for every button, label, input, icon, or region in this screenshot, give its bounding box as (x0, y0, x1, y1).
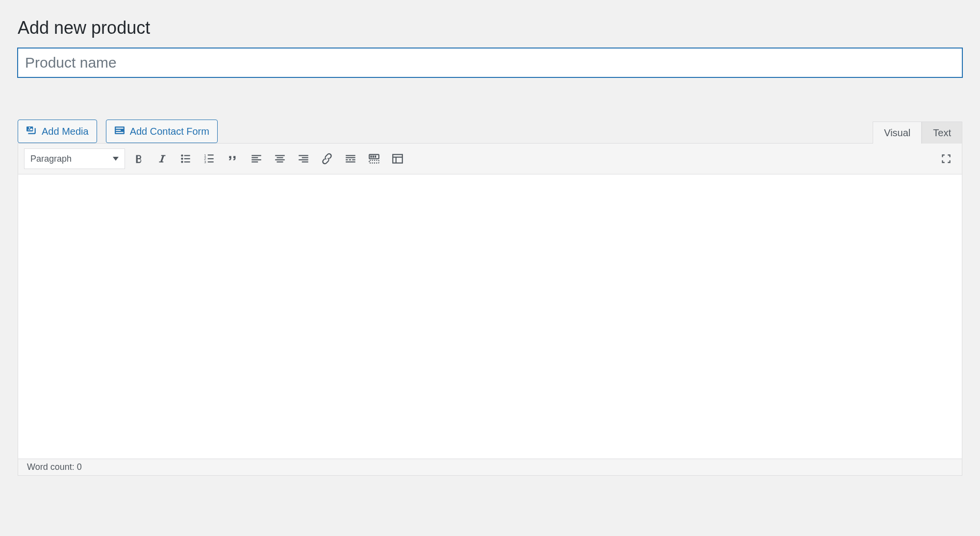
svg-rect-11 (208, 161, 214, 162)
svg-rect-22 (299, 159, 308, 160)
table-button[interactable] (388, 149, 407, 169)
align-right-icon (297, 152, 310, 165)
svg-rect-5 (184, 161, 190, 162)
svg-rect-31 (370, 156, 372, 158)
blockquote-icon (226, 152, 239, 165)
svg-rect-34 (369, 160, 379, 163)
numbered-list-button[interactable]: 123 (200, 149, 219, 169)
svg-rect-33 (375, 156, 376, 158)
tab-visual[interactable]: Visual (873, 122, 922, 144)
svg-point-0 (181, 154, 183, 156)
svg-rect-28 (352, 159, 355, 160)
align-center-button[interactable] (270, 149, 290, 169)
word-count-label: Word count: (27, 462, 77, 472)
svg-rect-14 (251, 159, 261, 160)
svg-rect-26 (346, 159, 348, 160)
bold-icon (132, 152, 145, 165)
align-left-button[interactable] (247, 149, 266, 169)
fullscreen-button[interactable] (936, 149, 956, 169)
italic-icon (156, 152, 169, 165)
fullscreen-icon (940, 152, 953, 165)
svg-rect-1 (184, 155, 190, 156)
svg-point-2 (181, 158, 183, 160)
toolbar-toggle-button[interactable] (364, 149, 384, 169)
align-center-icon (274, 152, 286, 165)
table-icon (391, 152, 404, 165)
svg-text:3: 3 (204, 160, 206, 164)
insert-more-button[interactable] (341, 149, 360, 169)
svg-rect-19 (277, 161, 283, 162)
format-select[interactable]: Paragraph (24, 148, 125, 169)
bold-button[interactable] (129, 149, 149, 169)
svg-rect-9 (208, 158, 214, 159)
svg-rect-23 (302, 161, 308, 162)
chevron-down-icon (113, 157, 119, 161)
svg-rect-3 (184, 158, 190, 159)
editor-status-bar: Word count: 0 (18, 459, 962, 475)
link-icon (321, 152, 333, 165)
svg-rect-25 (346, 157, 355, 158)
insert-more-icon (344, 152, 357, 165)
bullet-list-button[interactable] (176, 149, 196, 169)
add-contact-form-button[interactable]: Add Contact Form (106, 120, 218, 143)
add-media-label: Add Media (42, 126, 89, 137)
editor-toolbar: Paragraph 123 (18, 144, 962, 174)
tab-text[interactable]: Text (922, 122, 962, 144)
add-contact-form-label: Add Contact Form (130, 126, 209, 137)
italic-button[interactable] (152, 149, 172, 169)
word-count-value: 0 (77, 462, 82, 472)
blockquote-button[interactable] (223, 149, 243, 169)
svg-point-4 (181, 161, 183, 163)
svg-rect-15 (251, 161, 258, 162)
editor-content-area[interactable] (18, 174, 962, 459)
svg-rect-24 (346, 155, 355, 156)
svg-rect-29 (346, 161, 355, 162)
svg-rect-20 (299, 155, 308, 156)
svg-rect-12 (251, 155, 261, 156)
add-media-button[interactable]: Add Media (18, 120, 97, 143)
svg-rect-18 (275, 159, 285, 160)
format-select-label: Paragraph (30, 154, 72, 164)
svg-rect-16 (275, 155, 285, 156)
editor-mode-tabs: Visual Text (873, 121, 962, 143)
align-right-button[interactable] (294, 149, 313, 169)
form-icon (114, 125, 125, 138)
bullet-list-icon (179, 152, 192, 165)
svg-rect-21 (302, 157, 308, 158)
align-left-icon (250, 152, 263, 165)
link-button[interactable] (317, 149, 337, 169)
product-name-input[interactable] (18, 48, 962, 77)
svg-rect-32 (373, 156, 374, 158)
page-title: Add new product (18, 18, 962, 38)
editor-container: Paragraph 123 (18, 143, 962, 476)
numbered-list-icon: 123 (203, 152, 216, 165)
svg-rect-27 (349, 159, 351, 160)
svg-rect-35 (393, 154, 402, 163)
toolbar-toggle-icon (368, 152, 380, 165)
media-icon (26, 125, 37, 138)
svg-rect-13 (251, 157, 258, 158)
svg-rect-17 (277, 157, 283, 158)
svg-rect-7 (208, 154, 214, 155)
